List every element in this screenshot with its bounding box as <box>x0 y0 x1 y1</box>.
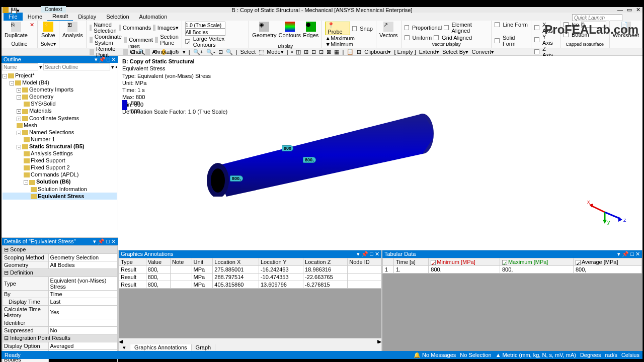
tree-node[interactable]: -Static Structural (B5) <box>3 143 117 150</box>
minimum-button[interactable]: ▼Minimum <box>325 41 353 47</box>
tb-icon[interactable]: 🔍 <box>225 49 234 55</box>
chart-button[interactable]: Chart <box>130 49 143 55</box>
solve-button[interactable]: ⚡Solve <box>41 22 56 38</box>
tb-icon[interactable]: ⊞ <box>356 49 362 55</box>
close-icon[interactable]: ✕ <box>636 7 640 13</box>
pin-icon[interactable]: 📌 <box>98 238 105 244</box>
close-icon[interactable]: ✕ <box>375 251 379 257</box>
analysis-button[interactable]: ⊞Analysis <box>62 22 83 38</box>
tree-node[interactable]: Analysis Settings <box>3 150 117 157</box>
tb-icon[interactable]: ▦ <box>333 49 340 55</box>
status-celsius[interactable]: Celsius <box>621 352 639 358</box>
outline-tree[interactable]: -Project*-Model (B4)+Geometry Imports-Ge… <box>2 71 118 230</box>
gridaligned-checkbox[interactable]: Grid Aligned <box>442 35 472 41</box>
tree-node[interactable]: -Geometry <box>3 93 117 100</box>
comment-button[interactable]: Comment <box>129 37 153 43</box>
probe-label-3[interactable]: 800, <box>230 175 243 182</box>
delete-icon[interactable]: ✕ <box>30 22 34 38</box>
close-icon[interactable]: ✕ <box>635 251 640 257</box>
contours-button[interactable]: Contours <box>278 22 301 47</box>
max-icon[interactable]: □ <box>106 238 110 244</box>
lvc-checkbox[interactable]: Large Vertex Contours <box>193 36 246 48</box>
tree-node[interactable]: +Materials <box>3 107 117 114</box>
tb-icon[interactable]: ⊡ <box>318 49 325 55</box>
quick-launch-input[interactable] <box>572 14 622 21</box>
tree-node[interactable]: +Coordinate Systems <box>3 115 117 122</box>
ga-table[interactable]: TypeValueNoteUnitLocation XLocation YLoc… <box>119 258 381 289</box>
tree-node[interactable]: -Solution (B6) <box>3 178 117 185</box>
pin-icon[interactable]: 📌 <box>622 251 629 257</box>
dropdown-icon[interactable]: ▾ <box>111 64 114 70</box>
scroll-left-icon[interactable]: ◀ <box>119 338 123 343</box>
viewport[interactable]: B: Copy of Static Structural Equivalent … <box>118 56 642 230</box>
tab-automation[interactable]: Automation <box>134 13 173 21</box>
mode-button[interactable]: Mode▾ <box>266 49 285 55</box>
select-button[interactable]: Select <box>239 49 257 55</box>
bodies-input[interactable] <box>185 29 225 36</box>
ga-tab[interactable]: Graphics Annotations <box>130 344 192 350</box>
probe-label-2[interactable]: 800, <box>303 157 316 163</box>
convert-button[interactable]: Convert▾ <box>471 49 496 55</box>
tb-icon[interactable]: ⊟ <box>310 49 317 55</box>
status-rads[interactable]: rad/s <box>605 352 617 358</box>
details-table[interactable]: ⊟ ScopeScoping MethodGeometry SelectionG… <box>2 245 118 362</box>
quick-access-toolbar[interactable]: 💾▾ <box>11 8 22 13</box>
name-input[interactable] <box>2 63 38 70</box>
tab-selection[interactable]: Selection <box>101 13 134 21</box>
triad[interactable]: xyz <box>587 195 627 225</box>
clipboard-button[interactable]: Clipboard▾ <box>363 49 392 55</box>
uniform-checkbox[interactable]: Uniform <box>413 35 432 41</box>
tb-icon[interactable]: ⊡ <box>217 49 224 55</box>
tab-result[interactable]: Result <box>47 12 73 21</box>
status-degrees[interactable]: Degrees <box>580 352 601 358</box>
tree-node[interactable]: Fixed Support 2 <box>3 164 117 171</box>
geometry-button[interactable]: ◉Geometry <box>252 22 276 47</box>
tb-icon[interactable]: ▫ <box>290 49 294 55</box>
lineform-checkbox[interactable]: Line Form <box>503 22 528 28</box>
scroll-right-icon[interactable]: ▶ <box>377 338 381 343</box>
chevron-icon[interactable]: ▾ <box>93 238 96 244</box>
close-icon[interactable]: ✕ <box>111 238 116 244</box>
tab-home[interactable]: Home <box>23 13 47 21</box>
named-selection-button[interactable]: Named Selection <box>94 22 116 34</box>
tb-icon[interactable]: 📋 <box>346 49 355 55</box>
tree-node[interactable]: Mesh <box>3 122 117 129</box>
td-table[interactable]: Time [s]✓Minimum [MPa]✓Maximum [MPa]✓Ave… <box>382 258 642 274</box>
solidform-checkbox[interactable]: Solid Form <box>503 35 528 47</box>
elemaligned-checkbox[interactable]: Element Aligned <box>452 22 489 34</box>
dropdown-icon[interactable]: ▾ <box>39 64 42 70</box>
selectby-button[interactable]: Select By▾ <box>441 49 469 55</box>
restore-icon[interactable]: ▭ <box>627 7 632 13</box>
annotation-button[interactable]: Annotation <box>152 49 179 55</box>
window-controls[interactable]: —▭✕ <box>617 7 640 13</box>
tree-node[interactable]: -Project* <box>3 72 117 79</box>
proportional-checkbox[interactable]: Proportional <box>412 25 442 31</box>
select-icon[interactable]: ⬚ <box>258 49 265 55</box>
collapse-icon[interactable]: ▾ <box>119 344 130 351</box>
pin-icon[interactable]: 📌 <box>361 251 368 257</box>
graph-tab[interactable]: Graph <box>192 344 216 350</box>
tb-icon[interactable]: 🔍- <box>205 49 216 55</box>
tree-node[interactable]: Commands (APDL) <box>3 171 117 178</box>
extend-button[interactable]: Extend▾ <box>418 49 440 55</box>
tab-display[interactable]: Display <box>73 13 101 21</box>
model-render[interactable] <box>194 111 445 197</box>
maximum-button[interactable]: ▲Maximum <box>325 35 355 41</box>
status-messages[interactable]: 🔔 No Messages <box>414 352 456 358</box>
max-icon[interactable]: □ <box>370 251 373 257</box>
chevron-icon[interactable]: ▾ <box>617 251 620 257</box>
tb-icon[interactable]: ⊠ <box>326 49 332 55</box>
probe-button[interactable]: 📍Probe <box>325 22 350 35</box>
tb-icon[interactable]: 🔍+ <box>192 49 204 55</box>
status-units[interactable]: ▲ Metric (mm, kg, N, s, mV, mA) <box>496 352 576 358</box>
tree-node[interactable]: SYS\Solid <box>3 100 117 107</box>
minimize-icon[interactable]: — <box>617 7 623 13</box>
tree-node[interactable]: +Geometry Imports <box>3 86 117 93</box>
commands-button[interactable]: Commands <box>123 25 151 31</box>
tb-icon[interactable]: ◫ <box>295 49 302 55</box>
solve-dropdown[interactable]: Solve▾ <box>41 41 56 47</box>
vectors-button[interactable]: ↗Vectors <box>379 22 398 38</box>
tab-file[interactable]: File <box>4 13 23 21</box>
tree-node[interactable]: Number 1 <box>3 136 117 143</box>
filter-icon[interactable]: • <box>115 64 117 70</box>
